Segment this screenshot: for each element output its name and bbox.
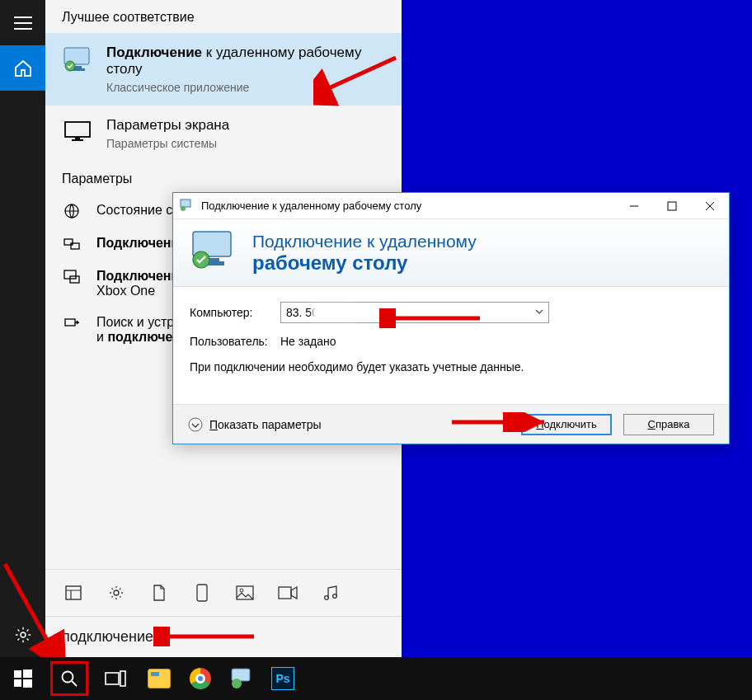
svg-line-40 bbox=[72, 681, 77, 686]
photoshop-icon: Ps bbox=[271, 667, 294, 690]
result-display-sub: Параметры системы bbox=[106, 137, 229, 150]
result-rdp[interactable]: Подключение к удаленному рабочему столу … bbox=[45, 33, 402, 106]
user-value: Не задано bbox=[280, 335, 336, 348]
rdp-window: Подключение к удаленному рабочему столу … bbox=[172, 192, 730, 444]
connect-button[interactable]: Подключить bbox=[521, 414, 612, 435]
taskbar-search-button[interactable] bbox=[46, 657, 92, 700]
svg-point-29 bbox=[189, 418, 202, 431]
taskbar-app-chrome[interactable] bbox=[180, 657, 221, 700]
svg-rect-6 bbox=[72, 139, 83, 141]
computer-combobox[interactable]: 83. 50 bbox=[280, 302, 549, 323]
search-query-text: подключение bbox=[62, 628, 153, 645]
search-input[interactable]: подключение bbox=[45, 616, 402, 657]
svg-rect-5 bbox=[65, 122, 90, 137]
rdp-titlebar[interactable]: Подключение к удаленному рабочему столу bbox=[173, 193, 729, 219]
taskbar: Ps bbox=[0, 657, 752, 700]
filter-phone-icon[interactable] bbox=[192, 583, 212, 603]
svg-rect-42 bbox=[120, 671, 125, 686]
svg-point-39 bbox=[63, 672, 73, 683]
rdp-banner-line1: Подключение к удаленному bbox=[252, 231, 477, 251]
svg-rect-19 bbox=[279, 587, 291, 599]
monitor-icon bbox=[62, 117, 93, 148]
globe-icon bbox=[62, 203, 82, 219]
redacted-overlay bbox=[313, 304, 355, 321]
computer-label: Компьютер: bbox=[190, 306, 280, 319]
task-view-button[interactable] bbox=[92, 657, 139, 700]
svg-point-44 bbox=[232, 679, 242, 688]
rdp-banner-line2: рабочему столу bbox=[252, 251, 477, 275]
rdp-titlebar-icon bbox=[180, 199, 195, 214]
user-label: Пользователь: bbox=[190, 335, 280, 348]
filter-video-icon[interactable] bbox=[278, 583, 298, 603]
svg-rect-35 bbox=[14, 670, 21, 678]
rdp-taskbar-icon bbox=[229, 667, 254, 690]
hamburger-icon bbox=[14, 16, 32, 30]
svg-point-23 bbox=[181, 206, 186, 211]
filter-apps-icon[interactable] bbox=[63, 583, 83, 603]
show-options-label: Показать параметры bbox=[209, 418, 322, 431]
rdp-footer: Показать параметры Подключить Справка bbox=[173, 404, 729, 444]
filter-music-icon[interactable] bbox=[321, 583, 341, 603]
gear-icon bbox=[14, 626, 32, 644]
start-button[interactable] bbox=[0, 657, 46, 700]
svg-rect-22 bbox=[181, 200, 190, 207]
svg-rect-12 bbox=[70, 276, 79, 283]
svg-point-18 bbox=[240, 589, 243, 592]
wrench-icon bbox=[62, 315, 82, 331]
svg-rect-36 bbox=[23, 669, 32, 678]
filter-document-icon[interactable] bbox=[149, 583, 169, 603]
rdp-app-icon bbox=[62, 45, 93, 76]
show-options-toggle[interactable]: Показать параметры bbox=[188, 417, 322, 432]
home-button[interactable] bbox=[0, 45, 45, 91]
svg-rect-14 bbox=[66, 586, 81, 599]
result-display-settings[interactable]: Параметры экрана Параметры системы bbox=[45, 106, 402, 162]
rdp-title-text: Подключение к удаленному рабочему столу bbox=[201, 200, 421, 212]
credentials-note: При подключении необходимо будет указать… bbox=[190, 359, 544, 375]
start-rail bbox=[0, 0, 45, 657]
best-match-heading: Лучшее соответствие bbox=[45, 0, 402, 33]
taskbar-app-rdp[interactable] bbox=[221, 657, 262, 700]
svg-rect-13 bbox=[65, 319, 75, 326]
settings-heading: Параметры bbox=[45, 162, 402, 195]
svg-rect-37 bbox=[14, 679, 21, 687]
svg-point-0 bbox=[21, 632, 26, 637]
task-view-icon bbox=[105, 670, 126, 687]
taskbar-app-photoshop[interactable]: Ps bbox=[262, 657, 303, 700]
chevron-circle-down-icon bbox=[188, 417, 203, 432]
close-button[interactable] bbox=[691, 193, 729, 219]
home-icon bbox=[13, 59, 33, 78]
svg-rect-16 bbox=[197, 585, 207, 601]
file-explorer-icon bbox=[148, 669, 171, 688]
result-rdp-sub: Классическое приложение bbox=[106, 81, 385, 94]
chrome-icon bbox=[190, 668, 211, 689]
search-icon bbox=[60, 669, 78, 688]
filter-bar bbox=[45, 569, 402, 616]
result-rdp-title: Подключение к удаленному рабочему столу bbox=[106, 45, 385, 78]
rail-settings-button[interactable] bbox=[0, 612, 45, 657]
maximize-button[interactable] bbox=[653, 193, 691, 219]
filter-settings-icon[interactable] bbox=[106, 583, 126, 603]
rdp-banner-icon bbox=[188, 228, 237, 278]
minimize-button[interactable] bbox=[615, 193, 653, 219]
chevron-down-icon bbox=[533, 306, 545, 320]
filter-image-icon[interactable] bbox=[235, 583, 255, 603]
svg-rect-7 bbox=[75, 137, 80, 139]
help-button[interactable]: Справка bbox=[623, 414, 714, 435]
hamburger-button[interactable] bbox=[0, 0, 45, 45]
connect-icon bbox=[62, 236, 82, 252]
svg-rect-24 bbox=[668, 202, 676, 210]
windows-logo-icon bbox=[14, 669, 32, 688]
rdp-banner: Подключение к удаленному рабочему столу bbox=[173, 219, 729, 287]
cast-icon bbox=[62, 269, 82, 285]
svg-rect-41 bbox=[106, 673, 119, 684]
svg-rect-38 bbox=[23, 679, 32, 688]
taskbar-app-explorer[interactable] bbox=[139, 657, 180, 700]
result-display-title: Параметры экрана bbox=[106, 117, 229, 134]
svg-point-15 bbox=[114, 590, 119, 595]
